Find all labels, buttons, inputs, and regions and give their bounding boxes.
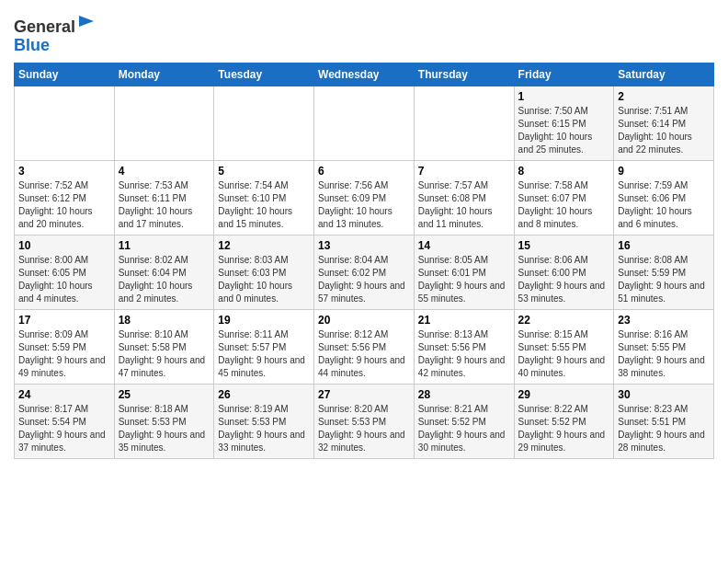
col-header-sunday: Sunday xyxy=(15,63,115,86)
day-info: Sunrise: 8:05 AM Sunset: 6:01 PM Dayligh… xyxy=(418,254,510,305)
calendar-cell: 22Sunrise: 8:15 AM Sunset: 5:55 PM Dayli… xyxy=(514,309,614,384)
day-info: Sunrise: 8:04 AM Sunset: 6:02 PM Dayligh… xyxy=(318,254,410,305)
day-number: 24 xyxy=(18,388,110,401)
day-info: Sunrise: 8:18 AM Sunset: 5:53 PM Dayligh… xyxy=(119,403,210,454)
day-number: 9 xyxy=(618,165,710,178)
day-info: Sunrise: 8:22 AM Sunset: 5:52 PM Dayligh… xyxy=(518,403,610,454)
calendar-cell: 25Sunrise: 8:18 AM Sunset: 5:53 PM Dayli… xyxy=(114,384,214,458)
day-number: 29 xyxy=(518,388,610,401)
calendar-cell: 9Sunrise: 7:59 AM Sunset: 6:06 PM Daylig… xyxy=(614,160,714,235)
calendar-cell: 3Sunrise: 7:52 AM Sunset: 6:12 PM Daylig… xyxy=(15,160,115,235)
day-info: Sunrise: 8:09 AM Sunset: 5:59 PM Dayligh… xyxy=(18,328,110,380)
day-number: 30 xyxy=(618,388,710,401)
day-number: 22 xyxy=(518,314,610,327)
calendar-cell: 28Sunrise: 8:21 AM Sunset: 5:52 PM Dayli… xyxy=(414,384,514,458)
day-info: Sunrise: 7:58 AM Sunset: 6:07 PM Dayligh… xyxy=(518,179,610,231)
day-info: Sunrise: 7:53 AM Sunset: 6:11 PM Dayligh… xyxy=(119,179,210,231)
day-number: 7 xyxy=(418,165,510,178)
calendar-cell: 27Sunrise: 8:20 AM Sunset: 5:53 PM Dayli… xyxy=(314,384,415,458)
calendar-cell: 26Sunrise: 8:19 AM Sunset: 5:53 PM Dayli… xyxy=(214,384,314,458)
day-number: 17 xyxy=(18,314,110,327)
calendar-cell: 8Sunrise: 7:58 AM Sunset: 6:07 PM Daylig… xyxy=(514,160,614,235)
calendar-cell xyxy=(414,86,514,160)
day-info: Sunrise: 7:51 AM Sunset: 6:14 PM Dayligh… xyxy=(618,105,710,156)
day-info: Sunrise: 8:19 AM Sunset: 5:53 PM Dayligh… xyxy=(218,403,310,454)
day-info: Sunrise: 8:13 AM Sunset: 5:56 PM Dayligh… xyxy=(418,328,510,380)
day-info: Sunrise: 8:11 AM Sunset: 5:57 PM Dayligh… xyxy=(218,328,310,380)
svg-marker-0 xyxy=(79,16,94,27)
day-number: 2 xyxy=(618,90,710,103)
col-header-thursday: Thursday xyxy=(414,63,514,86)
calendar-cell: 30Sunrise: 8:23 AM Sunset: 5:51 PM Dayli… xyxy=(614,384,714,458)
calendar-cell: 1Sunrise: 7:50 AM Sunset: 6:15 PM Daylig… xyxy=(514,86,614,160)
day-number: 27 xyxy=(318,388,410,401)
day-number: 5 xyxy=(218,165,310,178)
day-number: 14 xyxy=(418,239,510,252)
day-info: Sunrise: 8:10 AM Sunset: 5:58 PM Dayligh… xyxy=(119,328,210,380)
day-info: Sunrise: 7:57 AM Sunset: 6:08 PM Dayligh… xyxy=(418,179,510,231)
day-info: Sunrise: 8:20 AM Sunset: 5:53 PM Dayligh… xyxy=(318,403,410,454)
day-number: 11 xyxy=(119,239,210,252)
day-info: Sunrise: 8:15 AM Sunset: 5:55 PM Dayligh… xyxy=(518,328,610,380)
day-number: 26 xyxy=(218,388,310,401)
calendar-cell: 14Sunrise: 8:05 AM Sunset: 6:01 PM Dayli… xyxy=(414,235,514,309)
logo-blue: Blue xyxy=(14,36,50,54)
calendar-cell: 21Sunrise: 8:13 AM Sunset: 5:56 PM Dayli… xyxy=(414,309,514,384)
day-info: Sunrise: 8:17 AM Sunset: 5:54 PM Dayligh… xyxy=(18,403,110,454)
day-number: 3 xyxy=(18,165,110,178)
calendar-cell: 7Sunrise: 7:57 AM Sunset: 6:08 PM Daylig… xyxy=(414,160,514,235)
day-info: Sunrise: 7:52 AM Sunset: 6:12 PM Dayligh… xyxy=(18,179,110,231)
day-info: Sunrise: 8:03 AM Sunset: 6:03 PM Dayligh… xyxy=(218,254,310,305)
calendar-cell: 4Sunrise: 7:53 AM Sunset: 6:11 PM Daylig… xyxy=(114,160,214,235)
day-info: Sunrise: 8:00 AM Sunset: 6:05 PM Dayligh… xyxy=(18,254,110,305)
calendar-cell: 18Sunrise: 8:10 AM Sunset: 5:58 PM Dayli… xyxy=(114,309,214,384)
calendar-cell: 5Sunrise: 7:54 AM Sunset: 6:10 PM Daylig… xyxy=(214,160,314,235)
day-number: 23 xyxy=(618,314,710,327)
calendar-cell xyxy=(114,86,214,160)
day-info: Sunrise: 7:54 AM Sunset: 6:10 PM Dayligh… xyxy=(218,179,310,231)
day-number: 16 xyxy=(618,239,710,252)
page-header: General Blue xyxy=(14,9,714,55)
day-number: 20 xyxy=(318,314,410,327)
day-number: 10 xyxy=(18,239,110,252)
logo: General Blue xyxy=(14,14,96,55)
col-header-saturday: Saturday xyxy=(614,63,714,86)
calendar-cell: 17Sunrise: 8:09 AM Sunset: 5:59 PM Dayli… xyxy=(15,309,115,384)
day-number: 21 xyxy=(418,314,510,327)
calendar-cell xyxy=(15,86,115,160)
day-info: Sunrise: 8:21 AM Sunset: 5:52 PM Dayligh… xyxy=(418,403,510,454)
calendar-cell: 29Sunrise: 8:22 AM Sunset: 5:52 PM Dayli… xyxy=(514,384,614,458)
day-info: Sunrise: 8:02 AM Sunset: 6:04 PM Dayligh… xyxy=(119,254,210,305)
day-number: 6 xyxy=(318,165,410,178)
calendar-cell: 13Sunrise: 8:04 AM Sunset: 6:02 PM Dayli… xyxy=(314,235,415,309)
day-number: 28 xyxy=(418,388,510,401)
day-number: 15 xyxy=(518,239,610,252)
col-header-friday: Friday xyxy=(514,63,614,86)
day-number: 25 xyxy=(119,388,210,401)
day-number: 8 xyxy=(518,165,610,178)
calendar-cell: 24Sunrise: 8:17 AM Sunset: 5:54 PM Dayli… xyxy=(15,384,115,458)
calendar-cell: 20Sunrise: 8:12 AM Sunset: 5:56 PM Dayli… xyxy=(314,309,415,384)
logo-general: General xyxy=(14,17,75,36)
calendar-cell: 19Sunrise: 8:11 AM Sunset: 5:57 PM Dayli… xyxy=(214,309,314,384)
day-number: 13 xyxy=(318,239,410,252)
day-info: Sunrise: 8:23 AM Sunset: 5:51 PM Dayligh… xyxy=(618,403,710,454)
day-info: Sunrise: 8:06 AM Sunset: 6:00 PM Dayligh… xyxy=(518,254,610,305)
day-info: Sunrise: 7:56 AM Sunset: 6:09 PM Dayligh… xyxy=(318,179,410,231)
col-header-monday: Monday xyxy=(114,63,214,86)
day-info: Sunrise: 8:12 AM Sunset: 5:56 PM Dayligh… xyxy=(318,328,410,380)
day-number: 4 xyxy=(119,165,210,178)
calendar-cell: 10Sunrise: 8:00 AM Sunset: 6:05 PM Dayli… xyxy=(15,235,115,309)
calendar-cell: 12Sunrise: 8:03 AM Sunset: 6:03 PM Dayli… xyxy=(214,235,314,309)
logo-flag-icon xyxy=(77,14,96,32)
calendar-cell: 6Sunrise: 7:56 AM Sunset: 6:09 PM Daylig… xyxy=(314,160,415,235)
calendar-cell xyxy=(314,86,415,160)
calendar-cell: 23Sunrise: 8:16 AM Sunset: 5:55 PM Dayli… xyxy=(614,309,714,384)
calendar-cell: 2Sunrise: 7:51 AM Sunset: 6:14 PM Daylig… xyxy=(614,86,714,160)
col-header-tuesday: Tuesday xyxy=(214,63,314,86)
day-number: 19 xyxy=(218,314,310,327)
calendar-cell xyxy=(214,86,314,160)
calendar-cell: 16Sunrise: 8:08 AM Sunset: 5:59 PM Dayli… xyxy=(614,235,714,309)
day-info: Sunrise: 7:50 AM Sunset: 6:15 PM Dayligh… xyxy=(518,105,610,156)
day-info: Sunrise: 8:16 AM Sunset: 5:55 PM Dayligh… xyxy=(618,328,710,380)
